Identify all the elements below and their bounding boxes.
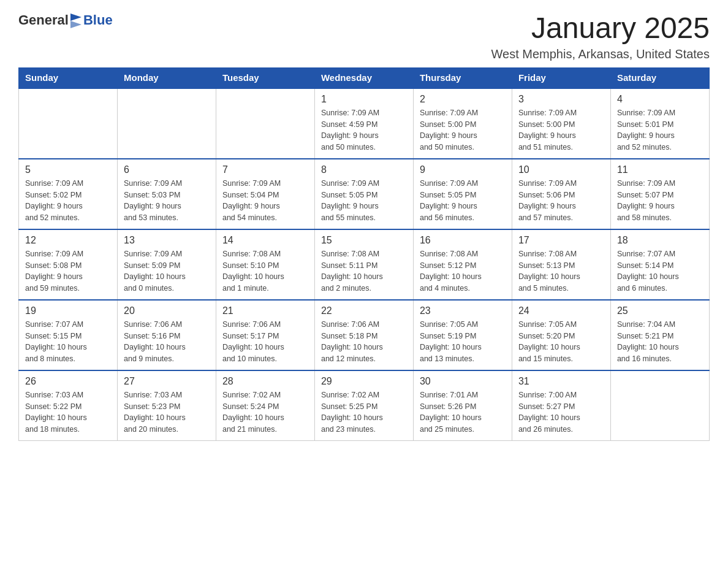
week-row-2: 5Sunrise: 7:09 AM Sunset: 5:02 PM Daylig… xyxy=(19,159,710,229)
location-title: West Memphis, Arkansas, United States xyxy=(491,47,710,61)
day-number: 3 xyxy=(518,94,604,105)
calendar-cell: 29Sunrise: 7:02 AM Sunset: 5:25 PM Dayli… xyxy=(314,370,413,441)
day-info: Sunrise: 7:09 AM Sunset: 5:09 PM Dayligh… xyxy=(124,248,210,294)
calendar-cell: 5Sunrise: 7:09 AM Sunset: 5:02 PM Daylig… xyxy=(19,159,118,229)
day-number: 12 xyxy=(25,235,111,246)
day-info: Sunrise: 7:09 AM Sunset: 5:02 PM Dayligh… xyxy=(25,178,111,224)
day-number: 13 xyxy=(124,235,210,246)
day-info: Sunrise: 7:02 AM Sunset: 5:24 PM Dayligh… xyxy=(222,389,308,435)
week-row-4: 19Sunrise: 7:07 AM Sunset: 5:15 PM Dayli… xyxy=(19,300,710,370)
day-info: Sunrise: 7:01 AM Sunset: 5:26 PM Dayligh… xyxy=(420,389,506,435)
day-number: 10 xyxy=(518,164,604,175)
calendar-cell: 28Sunrise: 7:02 AM Sunset: 5:24 PM Dayli… xyxy=(216,370,314,441)
calendar-cell: 19Sunrise: 7:07 AM Sunset: 5:15 PM Dayli… xyxy=(19,300,118,370)
week-row-3: 12Sunrise: 7:09 AM Sunset: 5:08 PM Dayli… xyxy=(19,229,710,300)
calendar-cell: 8Sunrise: 7:09 AM Sunset: 5:05 PM Daylig… xyxy=(314,159,413,229)
day-info: Sunrise: 7:09 AM Sunset: 5:05 PM Dayligh… xyxy=(420,178,506,224)
day-number: 15 xyxy=(321,235,407,246)
column-header-saturday: Saturday xyxy=(610,67,709,88)
calendar-header-row: SundayMondayTuesdayWednesdayThursdayFrid… xyxy=(19,67,710,88)
day-info: Sunrise: 7:08 AM Sunset: 5:12 PM Dayligh… xyxy=(420,248,506,294)
calendar-cell: 6Sunrise: 7:09 AM Sunset: 5:03 PM Daylig… xyxy=(117,159,216,229)
day-info: Sunrise: 7:08 AM Sunset: 5:10 PM Dayligh… xyxy=(222,248,308,294)
day-info: Sunrise: 7:09 AM Sunset: 5:01 PM Dayligh… xyxy=(617,107,703,153)
calendar-cell xyxy=(216,88,314,159)
day-number: 29 xyxy=(321,376,407,387)
day-info: Sunrise: 7:06 AM Sunset: 5:18 PM Dayligh… xyxy=(321,319,407,365)
calendar-cell: 10Sunrise: 7:09 AM Sunset: 5:06 PM Dayli… xyxy=(512,159,610,229)
calendar-cell: 12Sunrise: 7:09 AM Sunset: 5:08 PM Dayli… xyxy=(19,229,118,300)
week-row-5: 26Sunrise: 7:03 AM Sunset: 5:22 PM Dayli… xyxy=(19,370,710,441)
day-number: 25 xyxy=(617,305,703,316)
day-number: 30 xyxy=(420,376,506,387)
column-header-sunday: Sunday xyxy=(19,67,118,88)
calendar-cell: 27Sunrise: 7:03 AM Sunset: 5:23 PM Dayli… xyxy=(117,370,216,441)
column-header-friday: Friday xyxy=(512,67,610,88)
logo: General Blue xyxy=(18,12,113,28)
day-number: 17 xyxy=(518,235,604,246)
day-info: Sunrise: 7:00 AM Sunset: 5:27 PM Dayligh… xyxy=(518,389,604,435)
calendar-cell: 20Sunrise: 7:06 AM Sunset: 5:16 PM Dayli… xyxy=(117,300,216,370)
day-info: Sunrise: 7:09 AM Sunset: 5:03 PM Dayligh… xyxy=(124,178,210,224)
calendar-cell: 2Sunrise: 7:09 AM Sunset: 5:00 PM Daylig… xyxy=(413,88,512,159)
day-number: 8 xyxy=(321,164,407,175)
calendar-cell: 23Sunrise: 7:05 AM Sunset: 5:19 PM Dayli… xyxy=(413,300,512,370)
calendar-cell: 15Sunrise: 7:08 AM Sunset: 5:11 PM Dayli… xyxy=(314,229,413,300)
day-info: Sunrise: 7:05 AM Sunset: 5:19 PM Dayligh… xyxy=(420,319,506,365)
day-number: 19 xyxy=(25,305,111,316)
logo-flag-icon xyxy=(69,12,83,28)
day-number: 27 xyxy=(124,376,210,387)
day-number: 5 xyxy=(25,164,111,175)
day-info: Sunrise: 7:07 AM Sunset: 5:14 PM Dayligh… xyxy=(617,248,703,294)
day-info: Sunrise: 7:09 AM Sunset: 5:00 PM Dayligh… xyxy=(420,107,506,153)
day-number: 1 xyxy=(321,94,407,105)
day-info: Sunrise: 7:09 AM Sunset: 5:05 PM Dayligh… xyxy=(321,178,407,224)
day-number: 2 xyxy=(420,94,506,105)
day-number: 4 xyxy=(617,94,703,105)
calendar-table: SundayMondayTuesdayWednesdayThursdayFrid… xyxy=(18,67,710,441)
title-area: January 2025 West Memphis, Arkansas, Uni… xyxy=(491,12,710,61)
column-header-thursday: Thursday xyxy=(413,67,512,88)
calendar-cell: 16Sunrise: 7:08 AM Sunset: 5:12 PM Dayli… xyxy=(413,229,512,300)
calendar-cell: 22Sunrise: 7:06 AM Sunset: 5:18 PM Dayli… xyxy=(314,300,413,370)
column-header-monday: Monday xyxy=(117,67,216,88)
day-info: Sunrise: 7:07 AM Sunset: 5:15 PM Dayligh… xyxy=(25,319,111,365)
week-row-1: 1Sunrise: 7:09 AM Sunset: 4:59 PM Daylig… xyxy=(19,88,710,159)
day-info: Sunrise: 7:08 AM Sunset: 5:11 PM Dayligh… xyxy=(321,248,407,294)
calendar-cell: 14Sunrise: 7:08 AM Sunset: 5:10 PM Dayli… xyxy=(216,229,314,300)
day-info: Sunrise: 7:09 AM Sunset: 5:00 PM Dayligh… xyxy=(518,107,604,153)
page-header: General Blue January 2025 West Memphis, … xyxy=(18,12,710,61)
calendar-cell: 1Sunrise: 7:09 AM Sunset: 4:59 PM Daylig… xyxy=(314,88,413,159)
day-number: 23 xyxy=(420,305,506,316)
day-number: 26 xyxy=(25,376,111,387)
day-info: Sunrise: 7:09 AM Sunset: 5:07 PM Dayligh… xyxy=(617,178,703,224)
calendar-cell: 24Sunrise: 7:05 AM Sunset: 5:20 PM Dayli… xyxy=(512,300,610,370)
day-number: 20 xyxy=(124,305,210,316)
day-number: 22 xyxy=(321,305,407,316)
day-number: 7 xyxy=(222,164,308,175)
logo-general-text: General xyxy=(18,12,69,28)
calendar-cell xyxy=(19,88,118,159)
calendar-cell: 17Sunrise: 7:08 AM Sunset: 5:13 PM Dayli… xyxy=(512,229,610,300)
day-info: Sunrise: 7:09 AM Sunset: 5:06 PM Dayligh… xyxy=(518,178,604,224)
day-number: 18 xyxy=(617,235,703,246)
day-number: 31 xyxy=(518,376,604,387)
day-number: 14 xyxy=(222,235,308,246)
day-info: Sunrise: 7:05 AM Sunset: 5:20 PM Dayligh… xyxy=(518,319,604,365)
month-title: January 2025 xyxy=(491,12,710,45)
day-info: Sunrise: 7:09 AM Sunset: 5:04 PM Dayligh… xyxy=(222,178,308,224)
day-info: Sunrise: 7:03 AM Sunset: 5:22 PM Dayligh… xyxy=(25,389,111,435)
calendar-cell: 31Sunrise: 7:00 AM Sunset: 5:27 PM Dayli… xyxy=(512,370,610,441)
day-info: Sunrise: 7:09 AM Sunset: 5:08 PM Dayligh… xyxy=(25,248,111,294)
column-header-wednesday: Wednesday xyxy=(314,67,413,88)
calendar-cell: 21Sunrise: 7:06 AM Sunset: 5:17 PM Dayli… xyxy=(216,300,314,370)
day-number: 9 xyxy=(420,164,506,175)
calendar-cell: 11Sunrise: 7:09 AM Sunset: 5:07 PM Dayli… xyxy=(610,159,709,229)
day-number: 28 xyxy=(222,376,308,387)
day-info: Sunrise: 7:04 AM Sunset: 5:21 PM Dayligh… xyxy=(617,319,703,365)
day-info: Sunrise: 7:02 AM Sunset: 5:25 PM Dayligh… xyxy=(321,389,407,435)
calendar-cell: 3Sunrise: 7:09 AM Sunset: 5:00 PM Daylig… xyxy=(512,88,610,159)
calendar-cell: 25Sunrise: 7:04 AM Sunset: 5:21 PM Dayli… xyxy=(610,300,709,370)
logo-blue-text: Blue xyxy=(83,12,113,28)
calendar-cell xyxy=(117,88,216,159)
